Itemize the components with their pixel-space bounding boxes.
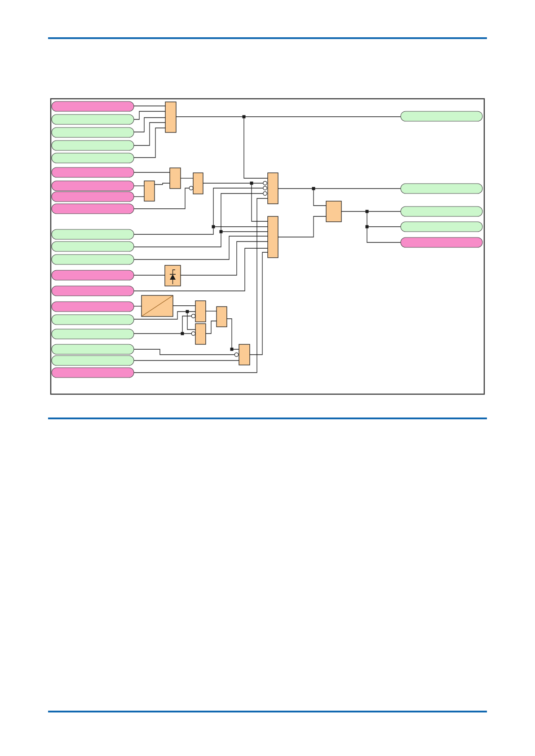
junction-dot-3 — [212, 225, 215, 229]
input-pill-17 — [52, 329, 134, 339]
input-pill-6 — [52, 167, 134, 177]
inversion-bubble-2 — [263, 186, 267, 190]
input-pill-7 — [52, 181, 134, 191]
gate-8 — [195, 301, 206, 322]
gate-11 — [239, 344, 250, 365]
gate-4 — [193, 173, 203, 194]
output-pill-5 — [401, 237, 482, 247]
junction-dot-6 — [366, 210, 369, 213]
input-pill-10 — [52, 229, 134, 239]
inversion-bubble-4 — [189, 186, 193, 190]
input-pill-13 — [52, 270, 134, 280]
inversion-bubble-1 — [263, 181, 267, 185]
section-rule — [48, 418, 487, 419]
gate-7 — [326, 201, 341, 222]
input-pill-18 — [52, 344, 134, 354]
gate-2 — [170, 168, 181, 189]
input-pill-20 — [52, 368, 134, 378]
gate-10 — [195, 324, 206, 344]
logic-diagram-svg — [0, 0, 535, 756]
gate-5 — [268, 173, 278, 204]
junction-dot-5 — [312, 187, 315, 190]
junction-dot-8 — [186, 310, 189, 313]
input-pill-16 — [52, 315, 134, 325]
junction-dot-9 — [181, 332, 184, 335]
input-pill-14 — [52, 286, 134, 296]
input-pill-11 — [52, 242, 134, 251]
inversion-bubble-7 — [234, 353, 238, 356]
input-pill-1 — [52, 101, 134, 111]
inversion-bubble-3 — [263, 192, 267, 195]
gate-1 — [165, 102, 176, 132]
input-pill-4 — [52, 141, 134, 150]
input-pill-3 — [52, 127, 134, 137]
input-pill-5 — [52, 153, 134, 163]
document-page — [0, 0, 535, 756]
header-rule — [48, 37, 487, 39]
inversion-bubble-6 — [191, 332, 195, 335]
input-pill-19 — [52, 356, 134, 365]
input-pill-12 — [52, 255, 134, 264]
output-pill-4 — [401, 222, 482, 232]
input-pill-9 — [52, 204, 134, 214]
gate-9 — [217, 307, 227, 327]
inversion-bubble-5 — [191, 314, 195, 318]
footer-rule — [48, 711, 487, 712]
output-pill-1 — [401, 111, 482, 121]
output-pill-2 — [401, 184, 482, 193]
gate-3 — [144, 181, 155, 201]
output-pill-3 — [401, 207, 482, 216]
junction-dot-4 — [220, 230, 223, 233]
junction-dot-1 — [243, 115, 246, 119]
input-pill-15 — [52, 302, 134, 312]
input-pill-2 — [52, 114, 134, 124]
junction-dot-7 — [366, 225, 369, 229]
junction-dot-2 — [250, 182, 253, 185]
input-pill-8 — [52, 192, 134, 202]
junction-dot-10 — [230, 348, 234, 351]
gate-6 — [268, 216, 278, 258]
